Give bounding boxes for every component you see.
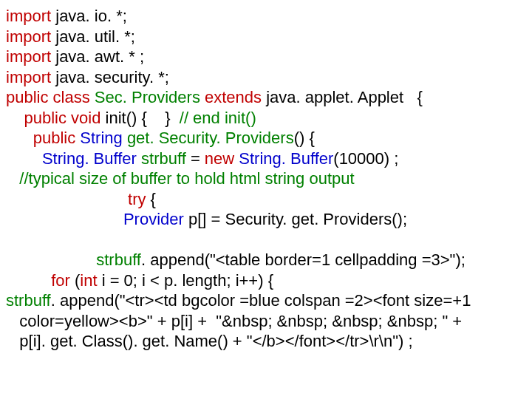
keyword: public — [33, 129, 75, 147]
text: java. security. *; — [51, 68, 169, 86]
code-line-16: color=yellow><b>" + p[i] + "&nbsp; &nbsp… — [6, 311, 526, 332]
text: . append("<table border=1 cellpadding =3… — [141, 250, 466, 269]
var-name: strbuff — [96, 250, 141, 269]
code-line-15: strbuff. append("<tr><td bgcolor =blue c… — [6, 290, 526, 311]
text: init() { } — [100, 109, 179, 127]
keyword: int — [80, 271, 97, 290]
text: () { — [294, 129, 315, 147]
type: String — [75, 129, 123, 147]
code-line-11: Provider p[] = Security. get. Providers(… — [6, 209, 526, 230]
text: java. applet. Applet { — [262, 88, 423, 106]
code-line-8: String. Buffer strbuff = new String. Buf… — [6, 149, 526, 169]
var-name: strbuff — [137, 149, 186, 168]
code-line-3: import java. awt. * ; — [6, 47, 526, 67]
method-name: get. Security. Providers — [123, 129, 294, 147]
code-line-12 — [6, 230, 526, 250]
text: java. util. *; — [51, 27, 135, 46]
type: String. Buffer — [42, 149, 137, 168]
text: p[] = Security. get. Providers(); — [184, 210, 407, 228]
keyword: import — [6, 7, 51, 25]
keyword: extends — [200, 88, 262, 106]
code-line-7: public String get. Security. Providers()… — [6, 128, 526, 149]
code-line-14: for (int i = 0; i < p. length; i++) { — [6, 270, 526, 291]
code-line-17: p[i]. get. Class(). get. Name() + "</b><… — [6, 331, 526, 352]
keyword: import — [6, 27, 51, 46]
keyword: new — [205, 149, 234, 168]
code-line-2: import java. util. *; — [6, 27, 526, 47]
text: i = 0; i < p. length; i++) { — [98, 271, 274, 290]
code-line-5: public class Sec. Providers extends java… — [6, 87, 526, 108]
code-line-1: import java. io. *; — [6, 6, 526, 27]
code-line-10: try { — [6, 189, 526, 210]
keyword: for — [51, 271, 70, 290]
keyword: import — [6, 68, 51, 86]
keyword: try — [128, 190, 146, 208]
type: Provider — [123, 210, 184, 228]
var-name: strbuff — [6, 291, 51, 310]
class-name: Sec. Providers — [95, 88, 200, 106]
code-line-4: import java. security. *; — [6, 67, 526, 88]
text: color=yellow><b>" + p[i] + "&nbsp; &nbsp… — [19, 312, 462, 330]
text: { — [146, 190, 156, 208]
keyword: public void — [24, 109, 100, 127]
type: String. Buffer — [234, 149, 333, 168]
text: . append("<tr><td bgcolor =blue colspan … — [51, 291, 471, 310]
text: (10000) ; — [333, 149, 398, 168]
keyword: import — [6, 47, 51, 66]
code-line-13: strbuff. append("<table border=1 cellpad… — [6, 250, 526, 270]
comment: // end init() — [180, 109, 256, 127]
text: java. awt. * ; — [51, 47, 144, 66]
code-line-9: //typical size of buffer to hold html st… — [6, 168, 526, 189]
text: p[i]. get. Class(). get. Name() + "</b><… — [19, 332, 412, 350]
keyword: public class — [6, 88, 95, 106]
text: java. io. *; — [51, 7, 127, 25]
comment: //typical size of buffer to hold html st… — [19, 169, 354, 188]
code-line-6: public void init() { } // end init() — [6, 108, 526, 129]
